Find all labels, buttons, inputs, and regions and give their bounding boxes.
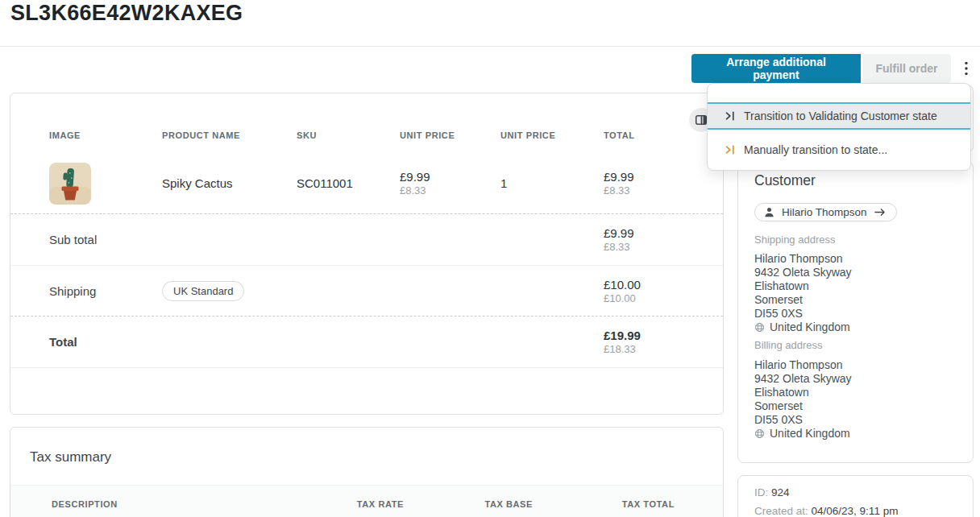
line-items-header-row: IMAGE PRODUCT NAME SKU UNIT PRICE UNIT P… xyxy=(10,93,723,153)
order-created-value: 04/06/23, 9:11 pm xyxy=(812,505,899,517)
arrange-additional-payment-button[interactable]: Arrange additional payment xyxy=(691,54,861,83)
order-created-line: Created at: 04/06/23, 9:11 pm xyxy=(754,505,957,517)
column-header-image: IMAGE xyxy=(49,130,162,140)
order-id-value: 924 xyxy=(771,486,790,498)
order-id-line: ID: 924 xyxy=(754,486,957,499)
line-total-cell: £9.99 £8.33 xyxy=(604,169,683,197)
total-label: Total xyxy=(49,335,162,349)
tax-column-description: DESCRIPTION xyxy=(52,499,275,509)
shipping-country: United Kingdom xyxy=(770,321,850,334)
shipping-address: Hilario Thompson 9432 Oleta Skyway Elish… xyxy=(754,252,957,334)
kebab-icon xyxy=(965,61,968,76)
column-header-total: TOTAL xyxy=(604,130,683,140)
columns-icon xyxy=(695,114,708,126)
line-item-row: Spiky Cactus SC011001 £9.99 £8.33 1 £9.9… xyxy=(10,153,723,214)
shipping-label: Shipping xyxy=(49,284,162,298)
shipping-method-badge: UK Standard xyxy=(162,281,244,301)
menu-item-transition-validating-customer[interactable]: Transition to Validating Customer state xyxy=(708,102,970,130)
column-header-product-name: PRODUCT NAME xyxy=(162,130,297,140)
subtotal-value: £9.99 £8.33 xyxy=(604,225,683,254)
kebab-menu-button[interactable] xyxy=(955,56,978,81)
column-header-sku: SKU xyxy=(297,130,400,140)
column-header-unit-price: UNIT PRICE xyxy=(400,130,500,140)
transition-icon xyxy=(725,144,736,155)
tax-summary-title: Tax summary xyxy=(10,428,723,465)
transition-icon xyxy=(725,110,736,122)
tax-summary-card: Tax summary DESCRIPTION TAX RATE TAX BAS… xyxy=(10,427,724,517)
shipping-value: £10.00 £10.00 xyxy=(604,277,683,305)
tax-column-base: TAX BASE xyxy=(404,499,533,509)
page-title: SL3K66E42W2KAXEG xyxy=(10,1,243,26)
fulfill-order-button[interactable]: Fulfill order xyxy=(862,54,951,83)
customer-card: Customer Hilario Thompson Shipping addre… xyxy=(737,161,974,463)
subtotal-row: Sub total £9.99 £8.33 xyxy=(10,214,723,266)
total-value: £19.99 £18.33 xyxy=(604,328,683,356)
arrow-right-icon xyxy=(874,207,886,217)
billing-address-label: Billing address xyxy=(754,339,957,352)
state-transition-dropdown: Transition to Validating Customer state … xyxy=(707,83,971,171)
tax-column-total: TAX TOTAL xyxy=(533,499,675,509)
product-image xyxy=(49,163,162,205)
customer-link-pill[interactable]: Hilario Thompson xyxy=(754,203,897,221)
billing-address: Hilario Thompson 9432 Oleta Skyway Elish… xyxy=(754,358,957,440)
person-icon xyxy=(763,206,775,218)
shipping-address-label: Shipping address xyxy=(754,234,957,246)
order-detail-page: SL3K66E42W2KAXEG Arrange additional paym… xyxy=(0,0,980,517)
subtotal-label: Sub total xyxy=(49,233,162,246)
billing-country: United Kingdom xyxy=(770,427,850,440)
globe-icon xyxy=(754,428,765,439)
customer-name: Hilario Thompson xyxy=(782,206,867,218)
shipping-row: Shipping UK Standard £10.00 £10.00 xyxy=(10,266,723,316)
product-sku: SC011001 xyxy=(297,176,400,190)
order-meta-card: ID: 924 Created at: 04/06/23, 9:11 pm xyxy=(737,475,974,517)
header-divider xyxy=(0,46,980,47)
tax-column-rate: TAX RATE xyxy=(275,499,404,509)
customer-section-title: Customer xyxy=(754,172,957,189)
product-name: Spiky Cactus xyxy=(162,176,297,190)
total-row: Total £19.99 £18.33 xyxy=(10,316,723,368)
quantity-cell: 1 xyxy=(500,176,604,190)
unit-price-cell: £9.99 £8.33 xyxy=(400,169,500,197)
tax-summary-header-row: DESCRIPTION TAX RATE TAX BASE TAX TOTAL xyxy=(10,485,723,517)
menu-item-manually-transition[interactable]: Manually transition to state... xyxy=(708,137,970,163)
column-header-unit-price-2: UNIT PRICE xyxy=(500,130,604,140)
order-line-items-card: IMAGE PRODUCT NAME SKU UNIT PRICE UNIT P… xyxy=(10,93,724,415)
globe-icon xyxy=(754,322,765,333)
